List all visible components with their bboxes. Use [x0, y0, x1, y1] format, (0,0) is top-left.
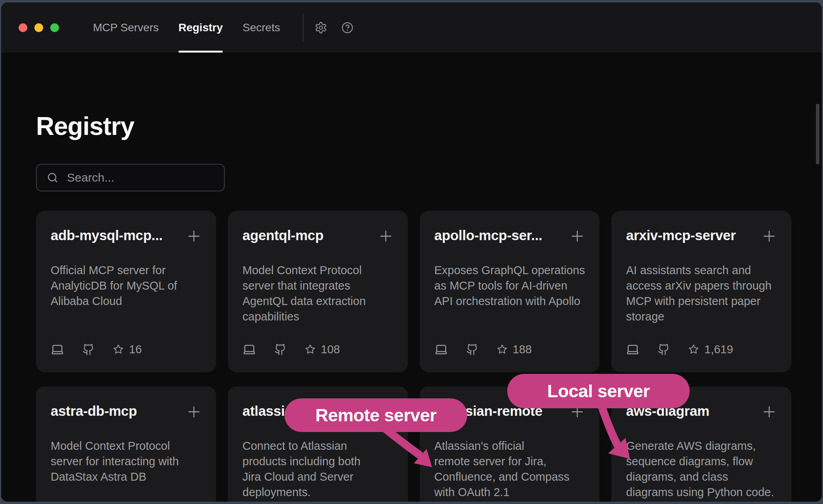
server-description: Model Context Protocol server for intera…: [51, 438, 203, 485]
plus-icon: [569, 403, 586, 421]
add-server-button[interactable]: [569, 403, 586, 422]
tab-secrets[interactable]: Secrets: [243, 2, 280, 53]
server-meta: 108: [243, 341, 340, 357]
plus-icon: [185, 227, 203, 245]
star-count: 1,619: [704, 343, 733, 356]
github-icon[interactable]: [658, 343, 670, 356]
server-description: Official MCP server for AnalyticDB for M…: [51, 263, 203, 309]
server-card-adb-mysql-mcp[interactable]: adb-mysql-mcp... Official MCP server for…: [36, 211, 216, 372]
add-server-button[interactable]: [377, 227, 394, 246]
plus-icon: [185, 403, 203, 421]
add-server-button[interactable]: [185, 403, 203, 422]
laptop-icon: [243, 343, 256, 356]
close-window-button[interactable]: [19, 23, 27, 32]
app-window: MCP Servers Registry Secrets Registry: [1, 2, 822, 502]
add-server-button[interactable]: [377, 403, 394, 422]
server-card-arxiv-mcp-server[interactable]: arxiv-mcp-server AI assistants search an…: [611, 211, 791, 372]
tab-label: MCP Servers: [93, 21, 159, 34]
server-card-atlassian[interactable]: atlassian Connect to Atlassian products …: [228, 387, 408, 502]
star-count: 16: [129, 343, 142, 356]
tab-registry[interactable]: Registry: [178, 2, 223, 53]
minimize-window-button[interactable]: [34, 23, 43, 32]
gear-icon: [315, 21, 327, 34]
server-meta: 188: [434, 341, 532, 357]
star-badge: 188: [497, 343, 532, 356]
traffic-lights: [19, 23, 59, 32]
server-description: Model Context Protocol server that integ…: [243, 263, 394, 324]
add-server-button[interactable]: [760, 227, 778, 246]
server-card-astra-db-mcp[interactable]: astra-db-mcp Model Context Protocol serv…: [36, 387, 216, 502]
toolbar-divider: [303, 13, 303, 42]
help-icon: [341, 21, 354, 34]
server-name: atlassian: [243, 402, 301, 420]
tab-mcp-servers[interactable]: MCP Servers: [93, 2, 159, 53]
star-icon: [497, 344, 508, 355]
star-icon: [113, 344, 124, 355]
laptop-icon: [434, 343, 448, 356]
server-description: Atlassian's official remote server for J…: [434, 438, 586, 500]
search-box[interactable]: [36, 164, 225, 191]
add-server-button[interactable]: [569, 227, 586, 246]
registry-page: Registry adb-mysql-mcp... Official MCP s…: [1, 53, 822, 502]
settings-button[interactable]: [311, 18, 330, 37]
server-name: astra-db-mcp: [51, 402, 137, 420]
server-card-aws-diagram[interactable]: aws-diagram Generate AWS diagrams, seque…: [611, 387, 791, 502]
add-server-button[interactable]: [760, 403, 778, 422]
server-description: AI assistants search and access arXiv pa…: [626, 263, 778, 324]
server-name: adb-mysql-mcp...: [51, 227, 163, 244]
main-nav: MCP Servers Registry Secrets: [93, 2, 280, 53]
laptop-icon: [51, 343, 64, 356]
zoom-window-button[interactable]: [50, 23, 59, 32]
server-card-atlassian-remote[interactable]: atlassian-remote Atlassian's official re…: [420, 387, 600, 502]
add-server-button[interactable]: [185, 227, 203, 246]
tab-label: Secrets: [243, 21, 280, 34]
tab-label: Registry: [178, 21, 223, 34]
active-tab-underline: [178, 51, 223, 53]
help-button[interactable]: [338, 18, 357, 37]
server-name: atlassian-remote: [434, 402, 542, 420]
server-meta: 16: [51, 341, 142, 357]
plus-icon: [569, 227, 586, 245]
star-badge: 1,619: [688, 343, 733, 356]
search-input[interactable]: [67, 171, 224, 184]
server-card-apollo-mcp-server[interactable]: apollo-mcp-ser... Exposes GraphQL operat…: [420, 211, 600, 372]
plus-icon: [377, 227, 394, 245]
server-name: apollo-mcp-ser...: [434, 227, 542, 244]
page-title: Registry: [36, 114, 134, 139]
star-icon: [688, 344, 699, 355]
title-bar: MCP Servers Registry Secrets: [1, 2, 822, 53]
github-icon[interactable]: [466, 343, 478, 356]
search-icon: [47, 172, 59, 184]
scrollbar-thumb[interactable]: [816, 104, 819, 165]
laptop-icon: [626, 343, 639, 356]
server-meta: 1,619: [626, 341, 733, 357]
server-description: Generate AWS diagrams, sequence diagrams…: [626, 438, 778, 500]
star-count: 108: [321, 343, 340, 356]
star-count: 188: [513, 343, 532, 356]
star-badge: 108: [305, 343, 340, 356]
server-name: arxiv-mcp-server: [626, 227, 736, 244]
server-name: aws-diagram: [626, 402, 709, 420]
plus-icon: [760, 227, 778, 245]
server-description: Exposes GraphQL operations as MCP tools …: [434, 263, 586, 309]
server-description: Connect to Atlassian products including …: [243, 438, 394, 500]
star-badge: 16: [113, 343, 142, 356]
github-icon[interactable]: [82, 343, 95, 356]
plus-icon: [760, 403, 778, 421]
server-card-agentql-mcp[interactable]: agentql-mcp Model Context Protocol serve…: [228, 211, 408, 372]
star-icon: [305, 344, 316, 355]
github-icon[interactable]: [274, 343, 286, 356]
plus-icon: [377, 403, 394, 421]
server-name: agentql-mcp: [243, 227, 324, 244]
server-card-grid: adb-mysql-mcp... Official MCP server for…: [36, 211, 791, 502]
